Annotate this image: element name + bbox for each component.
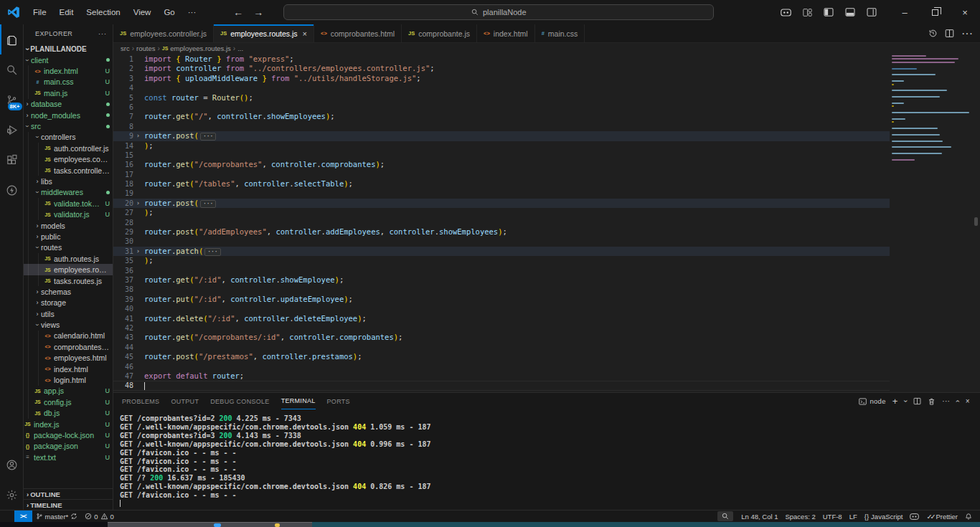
tree-item-tasks-routes-js[interactable]: JStasks.routes.js bbox=[24, 275, 113, 286]
tree-item-controllers[interactable]: ›controllers bbox=[24, 132, 113, 143]
close-button[interactable]: × bbox=[950, 0, 980, 24]
panel-tab-ports[interactable]: PORTS bbox=[327, 393, 350, 409]
nav-forward-icon[interactable]: → bbox=[250, 6, 266, 18]
menu-view[interactable]: View bbox=[128, 6, 157, 19]
extensions-icon[interactable] bbox=[0, 145, 24, 175]
panel-tab-terminal[interactable]: TERMINAL bbox=[281, 393, 316, 409]
terminal-instance-label[interactable]: node bbox=[859, 397, 885, 405]
menu-selection[interactable]: Selection bbox=[80, 6, 126, 19]
tree-item-middlewares[interactable]: ›middlewares bbox=[24, 187, 113, 198]
menu-edit[interactable]: Edit bbox=[54, 6, 80, 19]
folded-region-badge[interactable]: ··· bbox=[200, 200, 216, 208]
fold-chevron-icon[interactable]: › bbox=[133, 131, 143, 141]
command-center-search[interactable]: planillaNode bbox=[283, 4, 714, 20]
tree-item-validator-js[interactable]: JSvalidator.jsU bbox=[24, 209, 113, 219]
tree-item-employees-routes-js[interactable]: JSemployees.routes.js bbox=[24, 264, 113, 275]
tree-item-tasks-controller-js[interactable]: JStasks.controller.js bbox=[24, 165, 113, 176]
restore-button[interactable] bbox=[920, 0, 950, 24]
new-terminal-icon[interactable]: + bbox=[892, 396, 898, 407]
tree-root-planillanode[interactable]: › PLANILLANODE bbox=[24, 43, 113, 54]
tree-item-text-txt[interactable]: ≡text.txtU bbox=[24, 452, 113, 462]
customize-layout-icon[interactable] bbox=[798, 4, 816, 20]
close-panel-icon[interactable]: × bbox=[966, 397, 970, 405]
tree-item-auth-controller-js[interactable]: JSauth.controller.js bbox=[24, 143, 113, 153]
tree-item-models[interactable]: ›models bbox=[24, 220, 113, 231]
panel-tab-debug-console[interactable]: DEBUG CONSOLE bbox=[210, 393, 269, 409]
tree-item-package-json[interactable]: {}package.jsonU bbox=[24, 441, 113, 452]
tab-employees.routes.js[interactable]: JSemployees.routes.js× bbox=[214, 24, 314, 42]
tree-item-employees-html[interactable]: <>employees.html bbox=[24, 353, 113, 364]
tab-index.html[interactable]: <>index.html bbox=[477, 24, 535, 42]
tree-item-package-lock-json[interactable]: {}package-lock.jsonU bbox=[24, 429, 113, 440]
panel-more-actions-icon[interactable]: ··· bbox=[942, 397, 950, 405]
accounts-icon[interactable] bbox=[0, 450, 24, 480]
close-tab-icon[interactable]: × bbox=[303, 29, 307, 38]
breadcrumb-item[interactable]: src bbox=[121, 44, 130, 52]
terminal-dropdown-icon[interactable]: › bbox=[902, 400, 910, 403]
tree-item-config-js[interactable]: JSconfig.jsU bbox=[24, 397, 113, 407]
encoding-item[interactable]: UTF-8 bbox=[819, 511, 846, 522]
editor-scrollbar[interactable] bbox=[972, 54, 980, 392]
settings-gear-icon[interactable] bbox=[0, 480, 24, 510]
screencast-zoom-indicator[interactable] bbox=[717, 511, 733, 521]
fold-chevron-icon[interactable]: › bbox=[133, 199, 143, 208]
code-editor[interactable]: 1import { Router } from "express";2impor… bbox=[113, 54, 980, 392]
toggle-primary-sidebar-icon[interactable] bbox=[819, 4, 838, 20]
source-control-icon[interactable]: 8K+ bbox=[0, 85, 24, 115]
maximize-panel-icon[interactable]: › bbox=[954, 400, 962, 403]
history-icon[interactable] bbox=[928, 29, 938, 38]
panel-tab-output[interactable]: OUTPUT bbox=[171, 393, 199, 409]
cursor-position-item[interactable]: Ln 48, Col 1 bbox=[738, 511, 781, 522]
minimize-button[interactable]: – bbox=[890, 0, 920, 24]
tree-item-src[interactable]: ›src bbox=[24, 120, 113, 131]
breadcrumb-item[interactable]: ... bbox=[237, 44, 243, 52]
tree-item-auth-routes-js[interactable]: JSauth.routes.js bbox=[24, 253, 113, 264]
toggle-secondary-sidebar-icon[interactable] bbox=[862, 4, 881, 20]
kill-terminal-icon[interactable] bbox=[928, 397, 936, 406]
more-actions-icon[interactable]: ··· bbox=[961, 27, 973, 40]
language-mode-item[interactable]: {} JavaScript bbox=[861, 511, 907, 522]
tree-item-database[interactable]: ›database bbox=[24, 99, 113, 110]
thunder-client-icon[interactable] bbox=[0, 175, 24, 205]
tree-item-schemas[interactable]: ›schemas bbox=[24, 286, 113, 297]
menu-file[interactable]: File bbox=[27, 6, 52, 19]
tree-item-views[interactable]: ›views bbox=[24, 319, 113, 330]
remote-indicator[interactable]: >< bbox=[14, 511, 32, 522]
tree-item-storage[interactable]: ›storage bbox=[24, 298, 113, 308]
breadcrumb[interactable]: src›routes›JSemployees.routes.js›... bbox=[113, 43, 980, 54]
tab-employees.controller.js[interactable]: JSemployees.controller.js bbox=[113, 24, 214, 42]
tree-item-index-html[interactable]: <>index.html bbox=[24, 364, 113, 374]
tree-item-validate-token-[interactable]: JSvalidate.token...U bbox=[24, 198, 113, 209]
git-branch-item[interactable]: master* bbox=[32, 511, 82, 522]
tree-item-login-html[interactable]: <>login.html bbox=[24, 374, 113, 385]
folded-region-badge[interactable]: ··· bbox=[200, 133, 216, 141]
explorer-icon[interactable] bbox=[0, 24, 24, 54]
terminal-output[interactable]: GET /comprobantes?id=2 200 4.225 ms - 73… bbox=[113, 409, 980, 510]
tree-item-employees-controll-[interactable]: JSemployees.controll... bbox=[24, 154, 113, 165]
tab-comprobantes.html[interactable]: <>comprobantes.html bbox=[314, 24, 402, 42]
tree-item-public[interactable]: ›public bbox=[24, 231, 113, 242]
tree-item-utils[interactable]: ›utils bbox=[24, 308, 113, 319]
fold-chevron-icon[interactable]: › bbox=[133, 247, 143, 256]
tree-item-db-js[interactable]: JSdb.jsU bbox=[24, 408, 113, 419]
breadcrumb-item[interactable]: employees.routes.js bbox=[170, 44, 230, 52]
tree-item-index-js[interactable]: JSindex.jsU bbox=[24, 419, 113, 429]
outline-section[interactable]: › OUTLINE bbox=[24, 488, 113, 499]
panel-tab-problems[interactable]: PROBLEMS bbox=[122, 393, 159, 409]
eol-item[interactable]: LF bbox=[846, 511, 861, 522]
tab-main.css[interactable]: #main.css bbox=[535, 24, 585, 42]
tree-item-app-js[interactable]: JSapp.jsU bbox=[24, 386, 113, 397]
tree-item-libs[interactable]: ›libs bbox=[24, 176, 113, 186]
split-terminal-icon[interactable] bbox=[913, 397, 921, 405]
indentation-item[interactable]: Spaces: 2 bbox=[781, 511, 819, 522]
breadcrumb-item[interactable]: routes bbox=[136, 44, 155, 52]
timeline-section[interactable]: › TIMELINE bbox=[24, 499, 113, 510]
copilot-icon[interactable] bbox=[776, 4, 795, 20]
split-editor-icon[interactable] bbox=[945, 29, 954, 38]
tree-item-routes[interactable]: ›routes bbox=[24, 242, 113, 253]
search-sidebar-icon[interactable] bbox=[0, 54, 24, 85]
run-debug-icon[interactable] bbox=[0, 115, 24, 145]
problems-item[interactable]: 0 0 bbox=[81, 511, 118, 522]
prettier-item[interactable]: ✓✓ Prettier bbox=[923, 511, 961, 522]
folded-region-badge[interactable]: ··· bbox=[204, 248, 220, 256]
